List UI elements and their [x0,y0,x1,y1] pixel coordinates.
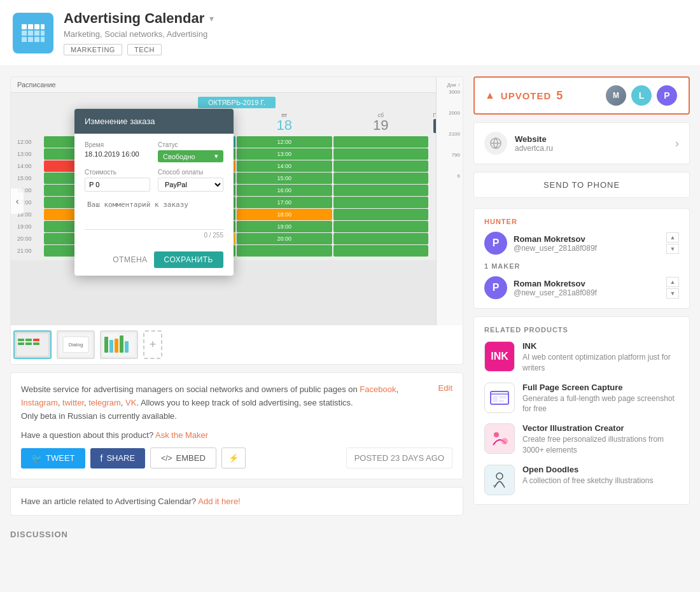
order-dialog: Изменение заказа Время 18.10.2019 16:00 [74,109,234,276]
discussion-title: DISCUSSION [10,530,463,539]
left-column: Расписание ОКТЯБРЬ-2019 Г. [10,76,463,546]
maker-downvote[interactable]: ▼ [666,288,679,299]
cancel-button[interactable]: ОТМЕНА [113,251,147,268]
day-num-2: 18 [237,118,332,132]
avatar-l: L [630,84,653,107]
svg-rect-11 [34,37,39,42]
edit-link[interactable]: Edit [438,383,452,393]
od-logo [484,465,515,495]
main-content: Расписание ОКТЯБРЬ-2019 Г. [0,66,700,556]
svg-rect-2 [28,24,33,29]
hunter-upvote[interactable]: ▲ [666,232,679,243]
hunter-row: P Roman Mokretsov @new_user_281a8f089f ▲… [484,232,679,255]
svg-text:Dialog: Dialog [69,342,83,348]
svg-rect-8 [41,31,45,36]
thumb-1[interactable] [13,330,52,359]
website-card[interactable]: Website advertca.ru › [473,122,690,164]
svg-rect-5 [22,31,27,36]
maker-vote-arrows[interactable]: ▲ ▼ [666,277,679,299]
app-title: Advertising Calendar [64,10,204,27]
ink-desc: AI web content optimization platform jus… [522,352,679,374]
save-button[interactable]: СОХРАНИТЬ [154,251,223,268]
send-to-phone-button[interactable]: SEND TO PHONE [473,172,690,198]
svg-rect-9 [22,37,27,42]
tag-tech[interactable]: TECH [127,44,162,55]
upvote-label: UPVOTED [501,90,552,101]
facebook-icon: f [101,453,103,463]
payment-select[interactable]: PayPal [158,178,223,192]
maker-row: P Roman Mokretsov @new_user_281a8f089f ▲… [484,276,679,299]
link-facebook[interactable]: Facebook [360,384,396,394]
screenshot-image: Расписание ОКТЯБРЬ-2019 Г. [11,77,463,325]
dialog-title: Изменение заказа [85,116,155,126]
maker-label: 1 MAKER [484,262,679,270]
svg-rect-4 [41,24,45,29]
related-item-vic[interactable]: Vector Illustration Creator Create free … [484,423,679,456]
link-instagram[interactable]: Instagram [21,398,58,407]
link-twitter[interactable]: twitter [62,398,84,407]
calendar-label: Расписание [17,81,56,88]
article-text: Have an article related to Advertising C… [21,497,196,506]
svg-rect-6 [28,31,33,36]
dialog-footer: ОТМЕНА СОХРАНИТЬ [74,246,234,276]
article-section: Have an article related to Advertising C… [10,487,463,516]
cost-input[interactable] [85,178,150,192]
svg-rect-28 [125,341,129,353]
upvote-button[interactable]: ▲ UPVOTED 5 [485,89,563,102]
svg-point-35 [494,432,499,437]
related-info-ink: INK AI web content optimization platform… [522,341,679,374]
svg-rect-25 [109,340,113,353]
cost-label: Стоимость [85,169,150,176]
hunter-avatar: P [484,232,507,255]
tag-marketing[interactable]: MARKETING [64,44,122,55]
status-select[interactable]: Свободно ▾ [158,150,223,162]
embed-button[interactable]: </> EMBED [150,448,216,469]
related-item-fpsc[interactable]: Full Page Screen Capture Generates a ful… [484,383,679,415]
comment-textarea[interactable] [85,198,223,230]
question-row: Have a question about this product? Ask … [21,430,452,440]
svg-rect-26 [115,339,118,353]
menu-icon: ⚡ [228,453,239,463]
related-info-fpsc: Full Page Screen Capture Generates a ful… [522,383,679,415]
svg-rect-31 [493,396,498,402]
ask-maker-link[interactable]: Ask the Maker [155,430,208,440]
upvote-count: 5 [556,89,563,102]
svg-rect-19 [33,342,39,345]
description-section: Edit Website service for advertising man… [10,372,463,479]
thumb-3[interactable] [100,330,138,359]
fpsc-desc: Generates a full-length web page screens… [522,393,679,415]
svg-rect-7 [34,31,39,36]
website-info: Website advertca.ru [484,132,553,155]
month-bar: ОКТЯБРЬ-2019 Г. [198,97,276,108]
maker-upvote[interactable]: ▲ [666,277,679,287]
related-item-od[interactable]: Open Doodles A collection of free sketch… [484,465,679,495]
fpsc-name: Full Page Screen Capture [522,383,679,392]
website-text: Website advertca.ru [515,134,553,153]
hunter-vote-arrows[interactable]: ▲ ▼ [666,232,679,254]
svg-rect-12 [41,37,45,42]
screenshot-container: Расписание ОКТЯБРЬ-2019 Г. [10,76,463,365]
posted-info: POSTED 23 DAYS AGO [346,448,452,469]
svg-rect-3 [34,24,39,29]
maker-info: Roman Mokretsov @new_user_281a8f089f [514,279,660,297]
dropdown-icon[interactable]: ▾ [209,13,214,24]
upvote-arrow-icon: ▲ [485,90,496,101]
svg-rect-24 [104,337,108,353]
prev-arrow[interactable]: ‹ [11,188,24,214]
link-vk[interactable]: VK [125,398,136,407]
link-telegram[interactable]: telegram [88,398,121,407]
hunter-handle: @new_user_281a8f089f [514,244,660,253]
upvote-section: ▲ UPVOTED 5 M L P [473,76,690,115]
code-icon: </> [161,454,172,463]
add-thumbnail-button[interactable]: + [143,330,162,359]
thumb-2[interactable]: Dialog [57,330,95,359]
vic-name: Vector Illustration Creator [522,423,679,433]
tweet-button[interactable]: 🐦 TWEET [21,448,85,469]
time-value: 18.10.2019 16:00 [85,150,150,158]
more-menu-button[interactable]: ⚡ [221,448,246,469]
share-button[interactable]: f SHARE [90,448,146,469]
related-item-ink[interactable]: INK INK AI web content optimization plat… [484,341,679,374]
add-article-link[interactable]: Add it here! [198,497,241,506]
hunter-downvote[interactable]: ▼ [666,244,679,254]
hunter-maker-section: HUNTER P Roman Mokretsov @new_user_281a8… [473,208,690,309]
